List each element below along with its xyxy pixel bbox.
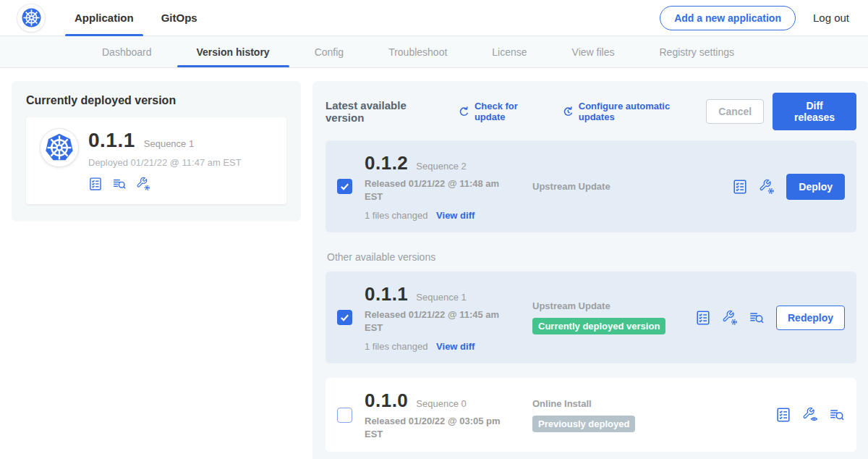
sequence-label: Sequence 2 [416, 161, 466, 172]
configure-automatic-updates-link[interactable]: Configure automatic updates [562, 101, 706, 122]
panel-title: Latest available version [326, 99, 446, 124]
deployed-sequence-label: Sequence 1 [144, 138, 194, 149]
diff-releases-button[interactable]: Diff releases [773, 93, 856, 130]
subnav-tab-license[interactable]: License [469, 36, 549, 67]
released-timestamp: Released 01/21/22 @ 11:48 am EST [365, 177, 509, 203]
version-checkbox[interactable] [337, 310, 352, 325]
currently-deployed-badge: Currently deployed version [532, 318, 665, 334]
release-notes-icon[interactable] [775, 407, 791, 423]
subnav-tab-dashboard[interactable]: Dashboard [80, 36, 174, 67]
view-diff-link[interactable]: View diff [436, 341, 475, 352]
checkmark-icon [339, 180, 351, 193]
view-logs-icon[interactable] [112, 177, 127, 191]
version-number: 0.1.2 [365, 152, 408, 174]
active-subtab-underline [177, 65, 289, 67]
tab-gitops[interactable]: GitOps [150, 0, 208, 36]
release-notes-icon[interactable] [695, 310, 711, 326]
version-row-actions [732, 179, 775, 195]
subnav-label-license: License [492, 46, 527, 58]
files-changed-row: 1 files changed View diff [365, 341, 515, 352]
source-label: Online Install [532, 398, 695, 409]
currently-deployed-card: Currently deployed version 0.1.1 Sequenc… [12, 81, 301, 222]
refresh-icon [458, 106, 470, 118]
version-row-0-1-1: 0.1.1 Sequence 1 Released 01/21/22 @ 11:… [326, 271, 856, 363]
files-changed-row: 1 files changed View diff [365, 210, 515, 221]
version-source: Upstream Update [532, 181, 695, 192]
previously-deployed-badge: Previously deployed [532, 416, 635, 432]
configure-automatic-updates-label: Configure automatic updates [579, 101, 707, 122]
sequence-label: Sequence 1 [416, 292, 466, 303]
tab-gitops-label: GitOps [161, 12, 197, 24]
view-logs-icon[interactable] [829, 407, 845, 423]
subnav-tab-troubleshoot[interactable]: Troubleshoot [366, 36, 469, 67]
version-checkbox[interactable] [337, 408, 352, 423]
subnav-tab-view-files[interactable]: View files [550, 36, 637, 67]
files-changed-label: 1 files changed [365, 210, 427, 221]
deployed-version-number: 0.1.1 [88, 129, 135, 152]
deployed-card-title: Currently deployed version [26, 94, 286, 107]
view-diff-link[interactable]: View diff [436, 210, 475, 221]
version-info: 0.1.2 Sequence 2 Released 01/21/22 @ 11:… [365, 152, 515, 221]
deployed-version-card: 0.1.1 Sequence 1 Deployed 01/21/22 @ 11:… [26, 117, 286, 204]
deployed-actions [88, 177, 242, 191]
version-info: 0.1.1 Sequence 1 Released 01/21/22 @ 11:… [365, 283, 515, 352]
deployed-app-logo [41, 129, 78, 167]
sequence-label: Sequence 0 [416, 398, 466, 409]
subnav-tab-registry-settings[interactable]: Registry settings [637, 36, 756, 67]
edit-config-icon[interactable] [136, 177, 150, 191]
edit-config-icon[interactable] [722, 310, 738, 326]
other-versions-title: Other available versions [327, 251, 856, 263]
version-row-0-1-2: 0.1.2 Sequence 2 Released 01/21/22 @ 11:… [326, 140, 856, 232]
subnav-label-view-files: View files [572, 46, 615, 58]
version-source: Online Install Previously deployed [532, 398, 695, 432]
files-changed-label: 1 files changed [365, 341, 427, 352]
app-subnav: Dashboard Version history Config Trouble… [0, 36, 868, 68]
release-notes-icon[interactable] [732, 179, 748, 195]
version-number: 0.1.0 [365, 389, 408, 412]
subnav-tab-config[interactable]: Config [292, 36, 366, 67]
deployed-timestamp: Deployed 01/21/22 @ 11:47 am EST [88, 157, 242, 168]
version-info: 0.1.0 Sequence 0 Released 01/20/22 @ 03:… [365, 389, 515, 440]
release-notes-icon[interactable] [88, 177, 103, 191]
admin-console: Application GitOps Add a new application… [0, 0, 868, 459]
source-label: Upstream Update [532, 181, 695, 192]
app-logo [17, 4, 45, 32]
main-content: Currently deployed version 0.1.1 Sequenc… [0, 68, 868, 459]
version-row-actions [775, 407, 845, 423]
subnav-label-troubleshoot: Troubleshoot [388, 46, 447, 58]
subnav-label-registry-settings: Registry settings [659, 46, 733, 58]
deploy-button[interactable]: Deploy [786, 174, 845, 200]
released-timestamp: Released 01/20/22 @ 03:05 pm EST [365, 415, 509, 440]
view-logs-icon[interactable] [749, 310, 765, 326]
tab-application-label: Application [75, 12, 134, 24]
auto-update-icon [562, 106, 574, 118]
subnav-label-config: Config [315, 46, 344, 58]
subnav-tab-version-history[interactable]: Version history [174, 36, 292, 67]
subnav-label-dashboard: Dashboard [102, 46, 152, 58]
checkmark-icon [339, 311, 351, 324]
deployed-version-info: 0.1.1 Sequence 1 Deployed 01/21/22 @ 11:… [88, 129, 242, 191]
subnav-label-version-history: Version history [197, 46, 270, 58]
kubernetes-logo-icon [45, 133, 74, 162]
version-row-0-1-0: 0.1.0 Sequence 0 Released 01/20/22 @ 03:… [326, 378, 856, 452]
version-number: 0.1.1 [365, 283, 408, 306]
source-label: Upstream Update [532, 300, 695, 311]
available-versions-panel: Latest available version Check for updat… [312, 81, 868, 459]
logout-link[interactable]: Log out [813, 12, 849, 24]
version-source: Upstream Update Currently deployed versi… [532, 300, 695, 334]
add-application-button[interactable]: Add a new application [660, 6, 796, 30]
edit-config-icon[interactable] [759, 179, 775, 195]
version-checkbox[interactable] [337, 179, 352, 194]
redeploy-button[interactable]: Redeploy [776, 306, 845, 330]
panel-header: Latest available version Check for updat… [326, 93, 856, 130]
check-for-update-label: Check for update [475, 101, 550, 122]
cancel-button[interactable]: Cancel [706, 99, 764, 124]
top-navbar: Application GitOps Add a new application… [0, 0, 868, 36]
tab-application[interactable]: Application [64, 0, 145, 36]
released-timestamp: Released 01/21/22 @ 11:45 am EST [365, 308, 509, 334]
kubernetes-logo-icon [22, 8, 41, 28]
version-row-actions [695, 310, 765, 326]
check-for-update-link[interactable]: Check for update [458, 101, 550, 122]
view-config-icon[interactable] [802, 407, 818, 423]
